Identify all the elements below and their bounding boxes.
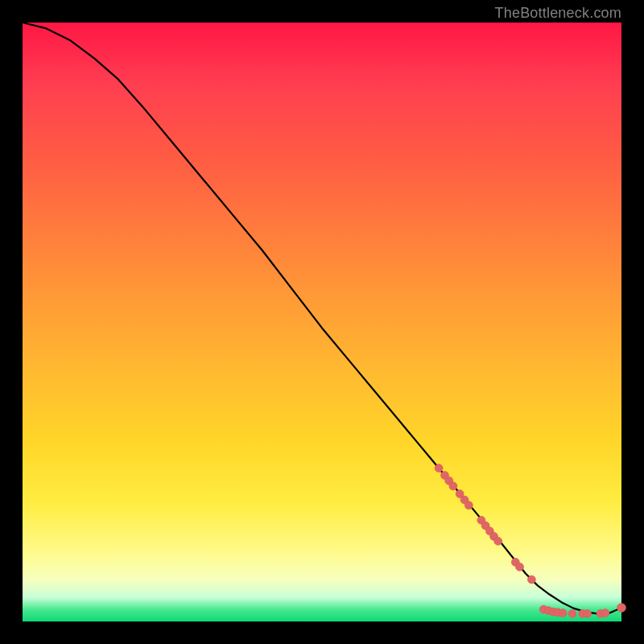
- watermark-text: TheBottleneck.com: [495, 5, 621, 22]
- curve-line: [23, 23, 621, 613]
- curve-marker: [449, 482, 457, 490]
- curve-marker: [568, 609, 576, 617]
- curve-marker: [527, 576, 535, 584]
- curve-marker: [435, 464, 443, 473]
- curve-marker: [559, 609, 567, 617]
- plot-area: [23, 23, 621, 621]
- curve-markers: [435, 464, 625, 618]
- curve-marker: [601, 609, 609, 617]
- curve-marker: [617, 603, 626, 612]
- curve-marker: [584, 609, 592, 617]
- curve-marker: [464, 502, 473, 510]
- chart-svg: [23, 23, 621, 621]
- curve-marker: [516, 563, 524, 571]
- chart-frame: TheBottleneck.com: [0, 0, 644, 644]
- curve-marker: [494, 537, 502, 545]
